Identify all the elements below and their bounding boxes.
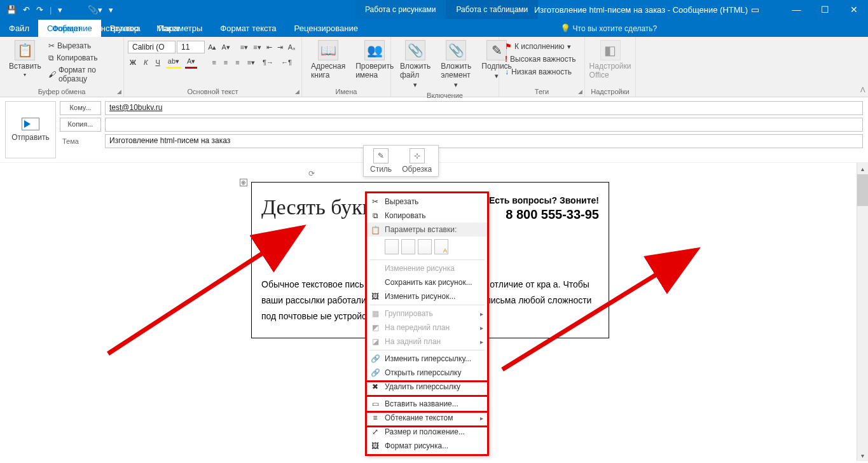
rtl-icon[interactable]: ←¶ [279,57,294,67]
rotate-icon[interactable]: ⟳ [308,169,315,178]
to-field[interactable]: test@10bukv.ru [105,101,863,115]
bullets-icon[interactable]: ≡▾ [238,42,250,53]
paperclip-icon: 📎 [405,40,425,60]
ctx-copy[interactable]: ⧉Копировать [367,209,487,223]
ctx-send-back: ◪На задний план▸ [367,335,487,349]
group-names: 📖Адресная книга 👥Проверить имена Имена [302,37,391,97]
scroll-down-icon[interactable]: ▾ [857,450,868,461]
ctx-paste-header: 📋Параметры вставки: [367,223,487,237]
high-importance-button[interactable]: !Высокая важность [503,53,581,65]
ctx-group: ▦Группировать▸ [367,307,487,321]
align-left-icon[interactable]: ≡ [210,57,217,67]
outdent-icon[interactable]: ⇤ [265,42,274,53]
highlight-icon[interactable]: ab▾ [166,56,181,69]
bold-button[interactable]: Ж [128,57,138,67]
paste-option-3[interactable] [418,239,432,254]
group-tags: ⚑К исполнению▾ !Высокая важность ↓Низкая… [499,37,585,97]
tab-format-text[interactable]: Формат текста [211,20,285,37]
font-name-input[interactable] [128,41,176,53]
clear-format-icon[interactable]: Aₓ [286,42,298,53]
ctx-edit-picture[interactable]: 🖼Изменить рисунок... [367,289,487,303]
low-importance-button[interactable]: ↓Низкая важность [503,66,581,78]
minimize-icon[interactable]: — [782,0,811,19]
tab-tbl-design[interactable]: Конструктор [83,20,148,37]
ltr-icon[interactable]: ¶→ [261,57,275,67]
subject-label: Тема [60,137,101,145]
ctx-bring-front: ◩На передний план▸ [367,321,487,335]
format-icon: 🖼 [370,441,380,451]
logo-image[interactable]: Десять букв [261,195,373,219]
cc-button[interactable]: Копия... [60,118,101,132]
copy-button[interactable]: ⧉Копировать [46,52,120,64]
scissors-icon: ✂ [48,41,55,50]
grow-font-icon[interactable]: A▴ [206,42,218,53]
tell-me[interactable]: 💡 Что вы хотите сделать? [551,20,666,37]
table-tools-tab: Работа с таблицами [446,0,538,19]
ctx-size-position[interactable]: ⤢Размер и положение... [367,425,487,439]
align-center-icon[interactable]: ≡ [222,57,230,67]
undo-icon[interactable]: ↶ [20,3,32,17]
ctx-remove-hyperlink[interactable]: ✖Удалить гиперссылку [367,380,487,394]
indent-icon[interactable]: ⇥ [275,42,285,53]
group-include: 📎Вложить файл▾ 📎Вложить элемент▾ ✎Подпис… [391,37,499,97]
dialog-launcher-icon[interactable]: ◢ [295,88,300,95]
office-addins-button[interactable]: ◧Надстройки Office [589,39,631,81]
paste-option-1[interactable] [385,239,399,254]
group-clipboard: 📋 Вставить▾ ✂Вырезать ⧉Копировать 🖌Форма… [0,37,124,97]
italic-button[interactable]: К [142,57,149,67]
group-font: A▴ A▾ ≡▾ ≡▾ ⇤ ⇥ Aₓ Ж К Ч ab▾ A▾ ≡ ≡ ≡ ≡▾ [124,37,302,97]
redo-icon[interactable]: ↷ [34,3,46,17]
ctx-change-picture: Изменение рисунка [367,261,487,275]
message-body[interactable]: ✎Стиль ⊹Обрезка ⊕ ⟳ Десять букв Есть воп… [0,162,868,461]
caption-icon: ▭ [370,399,380,409]
followup-button[interactable]: ⚑К исполнению▾ [503,41,581,52]
picture-tools-tab: Работа с рисунками [355,0,446,19]
crop-button[interactable]: ⊹Обрезка [398,148,436,174]
underline-button[interactable]: Ч [153,57,162,67]
ctx-cut[interactable]: ✂Вырезать [367,195,487,209]
dialog-launcher-icon[interactable]: ◢ [578,88,582,95]
down-icon[interactable]: ▾ [55,3,65,17]
shrink-font-icon[interactable]: A▾ [219,42,231,53]
line-spacing-icon[interactable]: ≡▾ [245,57,257,68]
vertical-scrollbar[interactable]: ▴ ▾ [857,163,868,461]
paste-option-2[interactable] [401,239,415,254]
attach-file-button[interactable]: 📎Вложить файл▾ [395,39,436,90]
to-button[interactable]: Кому... [60,101,101,115]
numbering-icon[interactable]: ≡▾ [251,42,263,53]
scroll-up-icon[interactable]: ▴ [857,163,868,174]
ribbon-display-icon[interactable]: ▭ [741,0,769,19]
align-right-icon[interactable]: ≡ [233,57,241,67]
paste-button[interactable]: 📋 Вставить▾ [4,39,46,85]
scroll-thumb[interactable] [857,174,868,206]
attach-icon[interactable]: 📎▾ [85,3,105,17]
more-icon[interactable]: ▾ [106,3,116,17]
address-book-button[interactable]: 📖Адресная книга [306,39,350,81]
font-color-icon[interactable]: A▾ [185,56,197,69]
cut-button[interactable]: ✂Вырезать [46,40,120,52]
save-icon[interactable]: 💾 [4,3,19,17]
subject-field[interactable]: Изготовление html-писем на заказ [105,134,863,148]
ctx-format-picture[interactable]: 🖼Формат рисунка... [367,439,487,453]
ctx-wrap-text[interactable]: ≡Обтекание текстом▸ [367,411,487,425]
cc-field[interactable] [105,118,863,132]
ribbon: 📋 Вставить▾ ✂Вырезать ⧉Копировать 🖌Форма… [0,37,868,97]
paste-option-4[interactable]: A [434,239,448,254]
tab-tbl-layout[interactable]: Макет [148,20,189,37]
tab-review[interactable]: Рецензирование [286,20,367,37]
close-icon[interactable]: ✕ [839,0,868,19]
font-size-input[interactable] [177,41,205,53]
style-button[interactable]: ✎Стиль [366,148,396,174]
collapse-ribbon-icon[interactable]: ᐱ [860,86,865,94]
include-label: Включение [395,90,495,99]
attach-item-button[interactable]: 📎Вложить элемент▾ [436,39,476,90]
ctx-edit-hyperlink[interactable]: 🔗Изменить гиперссылку... [367,352,487,366]
copy-icon: ⧉ [370,211,380,221]
dialog-launcher-icon[interactable]: ◢ [117,88,121,95]
maximize-icon[interactable]: ☐ [811,0,839,19]
ctx-open-hyperlink[interactable]: 🔗Открыть гиперссылку [367,366,487,380]
ctx-save-as-picture[interactable]: Сохранить как рисунок... [367,275,487,289]
send-button[interactable]: Отправить [5,101,56,158]
ctx-insert-caption[interactable]: ▭Вставить название... [367,397,487,411]
format-painter-button[interactable]: 🖌Формат по образцу [46,64,120,85]
